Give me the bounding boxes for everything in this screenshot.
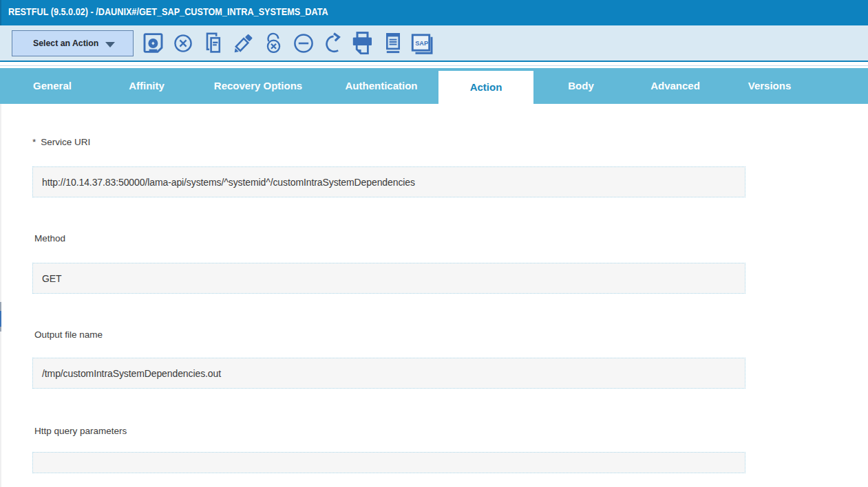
svg-text:SAP: SAP <box>415 39 428 46</box>
